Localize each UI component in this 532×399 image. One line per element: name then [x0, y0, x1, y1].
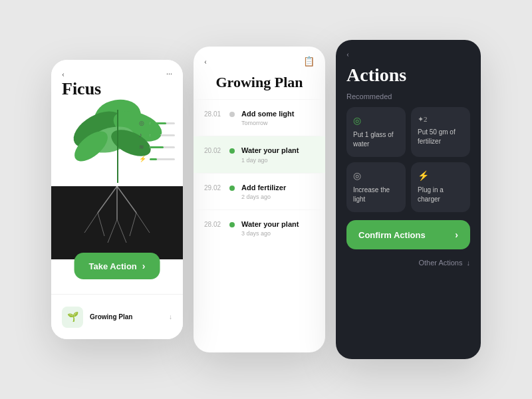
temp-icon: ♪: [139, 132, 147, 138]
timeline-dot: [229, 222, 235, 227]
actions-title: Actions: [336, 65, 481, 92]
growing-plan-label: Growing Plan: [90, 313, 132, 321]
timeline-item: 20.02 Water your plant 1 day ago: [194, 136, 325, 172]
take-action-button[interactable]: Take Action ›: [74, 253, 160, 279]
action-card-light: ◎ Increase the light: [346, 162, 406, 212]
other-actions-row[interactable]: Other Actions ↓: [336, 259, 481, 267]
timeline-item: 29.02 Add fertilizer 2 days ago: [194, 173, 325, 209]
down-arrow-icon: ↓: [169, 313, 172, 321]
timeline-content: Water your plant 1 day ago: [241, 146, 315, 163]
timeline-item: 28.01 Add some light Tomorrow: [194, 99, 325, 136]
actions-screen: ‹ Actions Recommeded ◎ Put 1 glass of wa…: [336, 40, 481, 359]
event-title: Add some light: [241, 109, 315, 118]
action-card-text: Put 50 gm of fertilizer: [418, 128, 464, 146]
event-sub: 1 day ago: [241, 157, 315, 164]
timeline-content: Add fertilizer 2 days ago: [241, 183, 315, 200]
screen2-header: ‹ 📋: [194, 47, 325, 74]
event-title: Water your plant: [241, 219, 315, 229]
svg-line-9: [117, 186, 136, 213]
date-label: 29.02: [204, 183, 223, 200]
chevron-right-confirm-icon: ›: [455, 229, 458, 240]
action-card-water: ◎ Put 1 glass of water: [346, 107, 406, 157]
recommended-label: Recommeded: [336, 92, 481, 107]
stat-fertilizer: ≋: [139, 144, 175, 150]
stat-temp: ♪: [139, 132, 175, 138]
ficus-title: Ficus: [51, 79, 183, 99]
action-card-text: Put 1 glass of water: [353, 130, 399, 149]
date-label: 20.02: [204, 146, 223, 163]
other-actions-label: Other Actions: [418, 259, 462, 267]
timeline-item: 28.02 Water your plant 3 days ago: [194, 209, 325, 246]
screen3-header: ‹: [336, 40, 481, 65]
water-icon: ◎: [139, 120, 147, 126]
fertilizer-icon: ≋: [139, 144, 147, 150]
timeline-dot: [229, 112, 235, 117]
growing-plan-screen: ‹ 📋 Growing Plan 28.01 Add some light To…: [194, 47, 325, 352]
screen1-header: ‹ ···: [51, 60, 183, 79]
ficus-screen: ‹ ··· Ficus: [51, 60, 183, 339]
date-label: 28.02: [204, 219, 223, 237]
svg-line-14: [108, 219, 117, 243]
timeline-dot: [229, 148, 235, 154]
event-sub: 2 days ago: [241, 194, 315, 200]
back-icon-s3[interactable]: ‹: [346, 49, 349, 59]
energy-icon: ⚡: [139, 156, 147, 162]
action-card-text: Plug in a charger: [418, 186, 464, 204]
event-title: Add fertilizer: [241, 183, 315, 192]
stats-panel: ◎ ♪ ≋ ⚡: [139, 120, 175, 162]
other-actions-icon: ↓: [467, 259, 471, 267]
date-label: 28.01: [204, 109, 223, 126]
action-card-charger: ⚡ Plug in a charger: [411, 162, 470, 212]
action-card-fertilizer: ✦2 Put 50 gm of fertilizer: [411, 107, 470, 157]
growing-plan-icon: 🌱: [62, 307, 83, 328]
light-icon: ◎: [353, 170, 399, 182]
plant-soil: [51, 186, 183, 259]
growing-plan-title: Growing Plan: [194, 74, 325, 99]
calendar-icon[interactable]: 📋: [303, 56, 315, 67]
back-icon-s2[interactable]: ‹: [204, 57, 207, 66]
action-grid: ◎ Put 1 glass of water ✦2 Put 50 gm of f…: [336, 107, 481, 212]
chevron-right-icon: ›: [142, 261, 146, 271]
fertilizer-icon-s3: ✦2: [418, 115, 464, 124]
svg-line-12: [136, 213, 150, 233]
timeline: 28.01 Add some light Tomorrow 20.02 Wate…: [194, 99, 325, 352]
svg-line-10: [84, 213, 98, 233]
stat-energy: ⚡: [139, 156, 175, 162]
water-drop-icon: ◎: [353, 115, 399, 126]
event-title: Water your plant: [241, 146, 315, 155]
action-card-text: Increase the light: [353, 186, 399, 204]
event-sub: 3 days ago: [241, 230, 315, 237]
svg-line-11: [98, 213, 104, 236]
confirm-actions-label: Confirm Actions: [358, 230, 426, 240]
charger-icon: ⚡: [418, 170, 464, 182]
more-icon-s1[interactable]: ···: [166, 69, 172, 79]
confirm-actions-button[interactable]: Confirm Actions ›: [346, 220, 470, 249]
event-sub: Tomorrow: [241, 120, 315, 126]
back-icon-s1[interactable]: ‹: [62, 69, 65, 79]
svg-line-15: [117, 219, 126, 243]
svg-line-13: [130, 213, 136, 236]
take-action-label: Take Action: [89, 261, 137, 271]
timeline-content: Water your plant 3 days ago: [241, 219, 315, 237]
svg-line-7: [98, 186, 117, 213]
timeline-content: Add some light Tomorrow: [241, 109, 315, 126]
timeline-dot: [229, 186, 235, 191]
bottom-bar-s1: 🌱 Growing Plan ↓: [51, 294, 183, 339]
stat-water: ◎: [139, 120, 175, 126]
